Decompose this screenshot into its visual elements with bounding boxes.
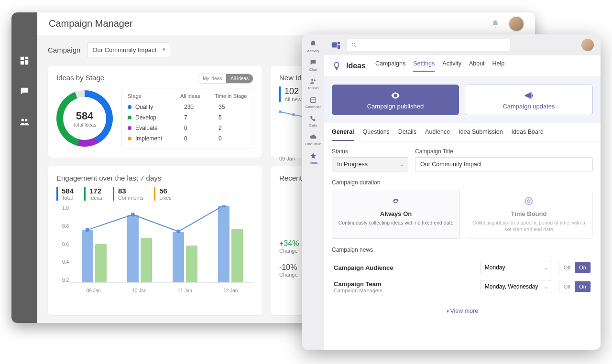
campaign-select[interactable]: Our Community Impact [87, 43, 170, 57]
rail-activity[interactable]: Activity [302, 38, 324, 55]
rail-calls[interactable]: Calls [302, 113, 324, 129]
engagement-card: Engagement over the last 7 days 584Total… [48, 166, 262, 315]
nav-help[interactable]: Help [492, 60, 505, 72]
svg-rect-13 [332, 43, 337, 48]
campaign-title-input[interactable] [415, 157, 593, 171]
breadcrumb: Campaign [48, 46, 80, 54]
tab-questions[interactable]: Questions [363, 128, 390, 141]
table-row: Quality23035 [128, 102, 247, 112]
nav-about[interactable]: About [469, 60, 485, 72]
ideas-by-stage-card: Ideas by Stage My ideas All ideas 584 To… [48, 66, 262, 158]
teams-topbar [324, 34, 601, 55]
duration-always-on[interactable]: Always On Continuously collecting ideas … [332, 190, 460, 239]
table-row: Implement00 [128, 133, 247, 144]
search-input[interactable] [347, 39, 510, 51]
settings-subtabs: General Questions Details Audience Idea … [324, 123, 601, 141]
svg-point-15 [352, 43, 355, 46]
teams-rail: Activity Chat Teams Calendar Calls OneDr… [302, 34, 324, 350]
news-team-row: Campaign TeamCampaign Managers Monday, W… [332, 277, 593, 296]
svg-point-16 [525, 198, 533, 205]
rail-teams[interactable]: Teams [302, 75, 324, 92]
svg-rect-12 [311, 97, 316, 102]
bell-icon[interactable] [491, 20, 500, 28]
status-select[interactable]: In Progress⌄ [332, 157, 408, 171]
nav-campaigns[interactable]: Campaigns [375, 60, 405, 72]
audience-toggle[interactable]: OffOn [559, 262, 591, 273]
audience-day-select[interactable]: Monday⌄ [481, 261, 552, 274]
duration-time-bound[interactable]: Time Bound Collecting ideas for a specif… [465, 190, 593, 239]
sidebar-dashboard-icon[interactable] [19, 55, 30, 68]
svg-point-10 [311, 79, 313, 81]
donut-chart: 584 Total Ideas [56, 90, 113, 147]
rail-calendar[interactable]: Calendar [302, 94, 324, 111]
ideas-scope-toggle[interactable]: My ideas All ideas [198, 74, 253, 84]
campaign-updates-button[interactable]: Campaign updates [465, 85, 593, 115]
svg-point-1 [292, 113, 295, 116]
avatar[interactable] [509, 17, 524, 31]
svg-point-17 [527, 200, 530, 203]
teams-ideas-window: Activity Chat Teams Calendar Calls OneDr… [302, 34, 601, 350]
card-title: Ideas by Stage [56, 74, 104, 82]
tab-general[interactable]: General [332, 128, 354, 141]
rail-chat[interactable]: Chat [302, 57, 324, 74]
campaign-published-button[interactable]: Campaign published [332, 85, 459, 115]
lightbulb-icon [332, 61, 341, 71]
rail-ideas[interactable]: Ideas [302, 150, 324, 167]
engagement-chart: 1.00.80.60.40.2 09 Jan10 Jan11 Jan12 Jan [56, 205, 253, 291]
tab-ideas-board[interactable]: Ideas Board [512, 128, 544, 141]
rail-onedrive[interactable]: OneDrive [302, 131, 324, 148]
cm-header: Campaign Manager [37, 12, 535, 35]
sidebar-people-icon[interactable] [19, 117, 30, 129]
news-audience-row: Campaign Audience Monday⌄ OffOn [332, 258, 593, 277]
sidebar-chat-icon[interactable] [19, 86, 30, 98]
table-row: Develop75 [128, 112, 247, 123]
team-toggle[interactable]: OffOn [559, 281, 591, 292]
svg-point-11 [314, 79, 316, 81]
page-title: Campaign Manager [49, 18, 133, 29]
svg-point-0 [279, 110, 282, 113]
tab-audience[interactable]: Audience [425, 128, 450, 141]
teams-logo-icon [331, 40, 341, 50]
svg-point-14 [338, 42, 340, 45]
tab-details[interactable]: Details [398, 128, 416, 141]
team-day-select[interactable]: Monday, Wednesday⌄ [481, 280, 552, 293]
avatar[interactable] [581, 39, 594, 51]
table-row: Evaluate02 [128, 123, 247, 133]
nav-settings[interactable]: Settings [413, 60, 435, 72]
nav-activity[interactable]: Activity [442, 60, 461, 72]
stage-table: Stage All ideas Time in Stage Quality230… [121, 88, 253, 149]
tab-idea-submission[interactable]: Idea Submission [459, 128, 503, 141]
cm-sidebar [11, 12, 37, 323]
view-more-link[interactable]: View more [332, 304, 593, 318]
ideas-header: Ideas Campaigns Settings Activity About … [324, 55, 601, 77]
